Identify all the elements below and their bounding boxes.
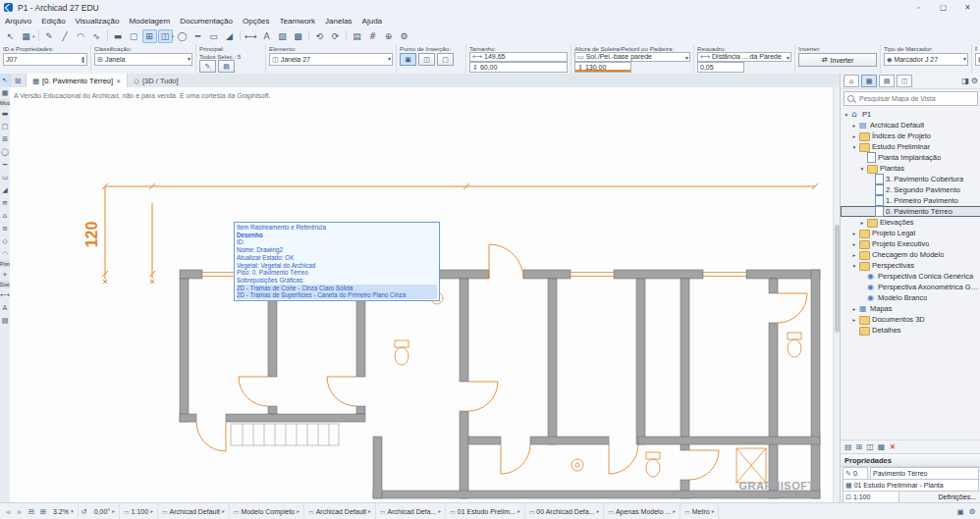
minimize-button[interactable]: – — [906, 0, 931, 15]
menu-ajuda[interactable]: Ajuda — [357, 17, 387, 26]
save-view-icon[interactable]: ◫ — [866, 442, 874, 451]
tree-item-estudo-preliminar[interactable]: Estudo Preliminar — [841, 141, 980, 152]
tree-item-plantas[interactable]: Plantas — [841, 163, 980, 174]
chevron-right-icon[interactable] — [851, 252, 857, 258]
text-tool-icon[interactable]: A — [0, 301, 10, 314]
dimension-tool-icon[interactable]: ⟷ — [0, 288, 10, 301]
tree-item-segundo-pavimento[interactable]: 2. Segundo Pavimento — [841, 184, 980, 195]
menu-opcoes[interactable]: Opções — [238, 17, 275, 26]
filter-selector[interactable]: Apenas Modelo ... — [604, 503, 681, 519]
settings-link[interactable]: Definições... — [935, 493, 979, 500]
chevron-right-icon[interactable] — [851, 241, 857, 247]
view-settings-icon[interactable]: ▤ — [844, 442, 852, 451]
settings-gear-icon[interactable]: ⚙ — [397, 29, 411, 43]
maximize-button[interactable]: ▢ — [931, 0, 955, 15]
rotate-view-icon[interactable]: ↺ — [79, 507, 90, 516]
orientation[interactable]: 0,00° — [90, 503, 120, 519]
scale-selector[interactable]: 1:100 — [120, 503, 158, 519]
plan-section-dropdown[interactable]: ▦ Planta — [975, 53, 980, 66]
tree-item-projeto-executivo[interactable]: Projeto Executivo — [841, 238, 980, 249]
tree-item-primeiro-pavimento[interactable]: 1. Primeiro Pavimento — [841, 195, 980, 206]
insertion-center-icon[interactable]: ▣ — [400, 53, 416, 66]
tracker-icon[interactable]: ▣ — [954, 507, 966, 516]
model-view-selector[interactable]: Archicad Default — [304, 503, 376, 519]
chevron-right-icon[interactable] — [851, 317, 857, 323]
tab-3d[interactable]: ◇ [3D / Tudo] — [128, 74, 184, 87]
pen-color-icon[interactable]: ✎ — [199, 60, 216, 73]
wall-tool-icon[interactable]: ▬ — [111, 29, 126, 43]
status-settings-icon[interactable]: ⚙ — [966, 507, 978, 516]
menu-edicao[interactable]: Edição — [36, 17, 70, 26]
classification-dropdown[interactable]: ⊞ Janela — [94, 53, 192, 66]
navigator-search[interactable] — [844, 91, 978, 106]
tab-overview-icon[interactable]: ⊞ — [10, 74, 27, 87]
chevron-down-icon[interactable]: ▾ — [32, 33, 35, 39]
tree-item-pavimento-cobertura[interactable]: 3. Pavimento Cobertura — [841, 174, 980, 184]
scroll-left-icon[interactable]: ◃ — [2, 507, 14, 516]
marker-dropdown[interactable]: ◆ Marcador J 27 — [884, 53, 968, 66]
element-dropdown[interactable]: ◫ Janela 27 — [269, 53, 393, 66]
window-tool-icon[interactable]: ⊞ — [142, 29, 157, 43]
menu-teamwork[interactable]: Teamwork — [275, 17, 320, 26]
grid-icon[interactable]: # — [365, 29, 380, 43]
pin-panel-icon[interactable]: ◨ — [961, 77, 969, 85]
stair-tool-icon[interactable]: ≡ — [0, 222, 10, 234]
units-selector[interactable]: Metro — [681, 503, 719, 519]
chevron-right-icon[interactable] — [851, 306, 857, 312]
tree-item-elevacoes[interactable]: Elevações — [841, 217, 980, 228]
search-input[interactable] — [857, 94, 974, 103]
zoom-in-icon[interactable]: ⊞ — [37, 507, 49, 516]
new-folder-icon[interactable]: ▦ — [878, 442, 886, 451]
menu-documentacao[interactable]: Documentação — [175, 17, 238, 26]
undo-icon[interactable]: ⟲ — [312, 29, 327, 43]
width-input[interactable]: ⟷ 149,65 — [469, 52, 568, 63]
zoom-level[interactable]: 3.2% — [49, 503, 79, 519]
pencil-icon[interactable]: ✎ — [42, 29, 57, 43]
dimension-tool-icon[interactable]: ⟷ — [244, 29, 258, 43]
layers-icon[interactable]: ▤ — [350, 29, 364, 43]
fill-tool-icon[interactable]: ▨ — [275, 29, 290, 43]
chevron-right-icon[interactable] — [851, 133, 857, 139]
tree-item-modelo-branco[interactable]: Modelo Branco — [841, 292, 980, 303]
select-arrow-tool-icon[interactable]: ↖ — [0, 74, 10, 86]
mesh-tool-icon[interactable]: ≋ — [0, 196, 10, 209]
column-tool-icon[interactable]: ◯ — [0, 145, 10, 158]
graphic-override-selector[interactable]: Archicad Defa... — [376, 503, 446, 519]
dimension-style-selector[interactable]: 00 Archicad Defa... — [525, 503, 605, 519]
text-tool-icon[interactable]: A — [259, 29, 274, 43]
morph-tool-icon[interactable]: ◇ — [0, 234, 10, 247]
project-map-icon[interactable]: ⌂ — [844, 75, 859, 87]
tree-item-perspectivas[interactable]: Perspectivas — [841, 260, 980, 271]
wall-tool-icon[interactable]: ▬ — [0, 107, 10, 120]
clone-folder-icon[interactable]: ⊞ — [856, 442, 863, 451]
tree-item-planta-implantacao[interactable]: Planta Implantação — [841, 152, 980, 163]
view-map-icon[interactable]: ▦ — [861, 75, 877, 87]
marquee-tool-icon[interactable]: ▦ — [0, 86, 10, 99]
zoom-out-icon[interactable]: ⊟ — [26, 507, 37, 516]
layer-icon[interactable]: ▤ — [218, 60, 235, 73]
chevron-right-icon[interactable] — [851, 123, 857, 129]
insertion-edge-icon[interactable]: ▢ — [437, 53, 454, 66]
stepper-icon[interactable]: ▲▼ — [82, 56, 84, 64]
slab-tool-icon[interactable]: ▭ — [0, 171, 10, 183]
height-input[interactable]: ↕ 60,00 — [469, 62, 568, 73]
delete-icon[interactable]: ✕ — [889, 442, 896, 451]
insertion-side-icon[interactable]: ◫ — [418, 53, 435, 66]
line-tool-icon[interactable]: ╱ — [58, 29, 73, 43]
layout-book-icon[interactable]: ▤ — [879, 75, 895, 87]
sill-height-input[interactable]: ↕ 130,00 — [574, 62, 631, 73]
tree-item-perspectiva-conica[interactable]: Perspectiva Cónica Genérica — [841, 271, 980, 282]
slab-tool-icon[interactable]: ▭ — [206, 29, 221, 43]
reveal-mode-dropdown[interactable]: ⟷ Distância ... da Parede — [697, 52, 791, 63]
redo-icon[interactable]: ⟳ — [328, 29, 343, 43]
beam-tool-icon[interactable]: ━ — [191, 29, 205, 43]
column-tool-icon[interactable]: ◯ — [175, 29, 190, 43]
marquee-icon[interactable]: ▦ — [19, 29, 33, 43]
select-arrow-icon[interactable]: ↖ — [3, 29, 18, 43]
menu-janelas[interactable]: Janelas — [320, 17, 357, 26]
door-tool-icon[interactable]: ▢ — [127, 29, 141, 43]
scroll-right-icon[interactable]: ▹ — [14, 507, 26, 516]
window-tool-icon[interactable]: ⊞ — [0, 132, 10, 145]
publisher-icon[interactable]: ◫ — [897, 75, 912, 87]
zoom-icon[interactable]: ⊕ — [381, 29, 396, 43]
